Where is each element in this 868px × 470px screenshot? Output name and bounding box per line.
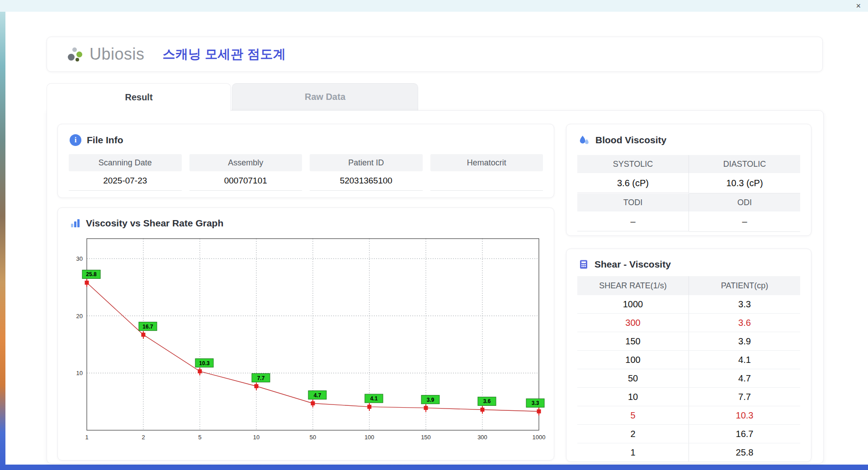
graph-card: Viscosity vs Shear Rate Graph 1020301251… [57,207,554,461]
svg-text:20: 20 [76,313,83,320]
table-row: 50 4.7 [577,369,800,388]
file-info-fields: Scanning Date 2025-07-23 Assembly 000707… [69,154,543,191]
patient-cell: 25.8 [689,443,801,462]
shear-rate-cell: 50 [577,369,689,388]
table-row: 5 10.3 [577,406,800,425]
window-titlebar: × [0,0,868,12]
table-row: 150 3.9 [577,332,800,351]
bv-value: 3.6 (cP) [577,173,689,193]
svg-text:150: 150 [421,434,431,441]
bv-value: – [689,212,800,232]
logo: Ubiosis [67,45,145,64]
field-value: 52031365100 [310,171,423,191]
table-row: 10 7.7 [577,388,800,406]
patient-cell: 4.7 [689,369,801,388]
svg-text:3.3: 3.3 [532,400,539,406]
table-icon [578,259,589,270]
field-value: 000707101 [189,171,302,191]
table-header-row: SHEAR RATE(1/s) PATIENT(cp) [577,276,800,295]
svg-text:100: 100 [364,434,374,441]
shear-rate-cell: 5 [577,406,689,425]
shear-rate-cell: 1 [577,443,689,462]
svg-text:300: 300 [477,434,487,441]
shear-rate-cell: 2 [577,425,689,443]
svg-text:4.7: 4.7 [314,392,321,399]
content-panel: i File Info Scanning Date 2025-07-23 Ass… [47,110,824,464]
svg-text:4.1: 4.1 [370,395,378,402]
field-label: Scanning Date [69,154,182,171]
table-row: 300 3.6 [577,314,800,332]
field-label: Patient ID [310,154,423,171]
bv-value: 10.3 (cP) [689,173,800,193]
svg-text:10.3: 10.3 [199,360,210,367]
graph-header: Viscosity vs Shear Rate Graph [58,208,554,229]
file-info-field: Patient ID 52031365100 [310,154,423,191]
patient-cell: 4.1 [689,351,801,369]
patient-cell: 3.3 [689,295,801,314]
file-info-field: Hematocrit [430,154,543,191]
logo-text: Ubiosis [90,45,145,64]
svg-text:2: 2 [142,434,145,441]
bv-value-row: 3.6 (cP) 10.3 (cP) [577,173,800,193]
table-row: 1 25.8 [577,443,800,462]
patient-cell: 3.9 [689,332,801,351]
shear-viscosity-card: Shear - Viscosity SHEAR RATE(1/s) PATIEN… [566,249,811,462]
svg-text:1: 1 [85,434,88,441]
section-title: Viscosity vs Shear Rate Graph [86,218,223,229]
file-info-header: i File Info [58,124,554,146]
bv-value: – [577,212,689,231]
svg-text:50: 50 [310,434,316,441]
patient-cell: 3.6 [689,314,801,332]
droplet-icon [578,134,590,146]
app-window: Ubiosis 스캐닝 모세관 점도계 Result Raw Data i Fi… [5,12,868,465]
svg-text:16.7: 16.7 [142,324,153,330]
section-title: File Info [87,135,123,146]
svg-text:1000: 1000 [533,434,546,441]
field-label: Hematocrit [430,154,543,171]
shear-table-body: 1000 3.3 300 3.6 150 3.9 100 4.1 50 4.7 … [577,295,800,462]
svg-text:3.6: 3.6 [483,398,491,404]
close-icon[interactable]: × [856,1,861,11]
table-row: 2 16.7 [577,425,800,443]
svg-text:5: 5 [198,434,201,441]
viscosity-chart: 1020301251050100150300100025.816.710.37.… [67,232,546,445]
tab-raw-data[interactable]: Raw Data [232,83,418,110]
bv-label: ODI [689,193,800,212]
shear-rate-cell: 100 [577,351,689,369]
patient-cell: 16.7 [689,425,801,443]
field-value: 2025-07-23 [69,171,182,191]
bv-label: SYSTOLIC [577,155,689,173]
file-info-field: Assembly 000707101 [189,154,302,191]
bv-label-row: SYSTOLIC DIASTOLIC [577,155,800,173]
table-row: 1000 3.3 [577,295,800,314]
shear-rate-cell: 1000 [577,295,689,314]
app-header: Ubiosis 스캐닝 모세관 점도계 [47,37,823,72]
info-icon: i [70,134,81,146]
shear-viscosity-table: SHEAR RATE(1/s) PATIENT(cp) 1000 3.3 300… [577,276,800,462]
bv-value-row: – – [577,212,800,232]
bv-label: TODI [577,193,689,212]
svg-text:3.9: 3.9 [427,397,434,403]
file-info-card: i File Info Scanning Date 2025-07-23 Ass… [57,124,554,198]
column-header-shear-rate: SHEAR RATE(1/s) [577,276,689,295]
file-info-field: Scanning Date 2025-07-23 [69,154,182,191]
blood-viscosity-card: Blood Viscosity SYSTOLIC DIASTOLIC 3.6 (… [566,124,811,236]
chart-wrap: 1020301251050100150300100025.816.710.37.… [67,232,554,446]
blood-viscosity-header: Blood Viscosity [566,124,811,146]
shear-rate-cell: 300 [577,314,689,332]
field-label: Assembly [189,154,302,171]
tab-result[interactable]: Result [47,83,231,111]
field-value [430,171,543,191]
column-header-patient: PATIENT(cp) [689,276,801,295]
blood-viscosity-grid: SYSTOLIC DIASTOLIC 3.6 (cP) 10.3 (cP) TO… [577,155,800,232]
patient-cell: 7.7 [689,388,801,406]
logo-icon [67,46,84,63]
table-row: 100 4.1 [577,351,800,369]
shear-viscosity-header: Shear - Viscosity [566,249,811,270]
page-title: 스캐닝 모세관 점도계 [163,46,286,63]
bv-label: DIASTOLIC [689,155,800,173]
patient-cell: 10.3 [689,406,801,425]
svg-text:7.7: 7.7 [257,375,265,381]
bv-label-row: TODI ODI [577,193,800,212]
svg-text:10: 10 [253,434,259,441]
